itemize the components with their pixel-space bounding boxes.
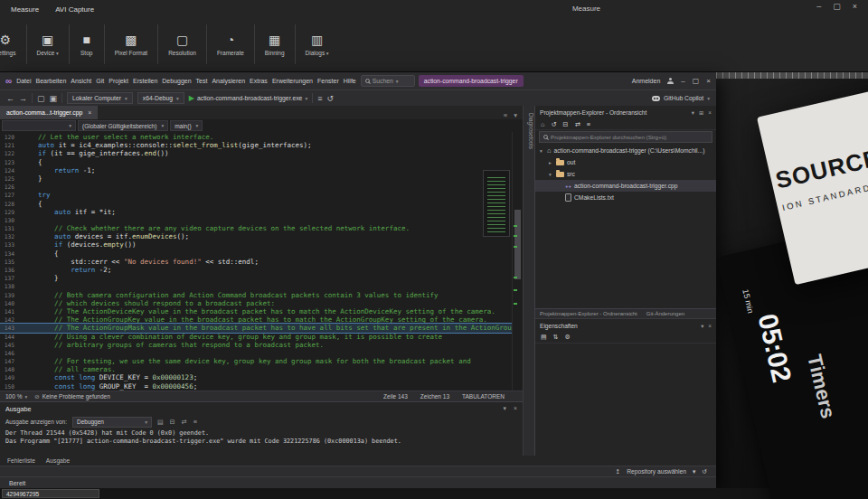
run-button[interactable]: ▶ action-command-broadcast-trigger.exe ▾ (189, 94, 307, 102)
build-config-dropdown[interactable]: x64-Debug ▾ (137, 92, 184, 104)
capture-stop-button[interactable]: ■Stop (71, 18, 102, 71)
tree-item[interactable]: ▾⌂action-command-broadcast-trigger (C:\U… (535, 145, 716, 156)
tree-item[interactable]: ++action-command-broadcast-trigger.cpp (535, 180, 716, 192)
indentation-indicator[interactable]: TABULATOREN (462, 393, 505, 400)
menu-erstellen[interactable]: Erstellen (132, 78, 158, 84)
menu-icon[interactable]: ≡ (587, 120, 590, 128)
gear-icon[interactable]: ⚙ (565, 334, 571, 341)
close-icon[interactable]: × (708, 109, 712, 116)
capture-binning-button[interactable]: ▦Binning (257, 18, 293, 71)
code-line[interactable]: 146 (0, 349, 512, 357)
sync-icon[interactable]: ⇄ (182, 418, 187, 426)
menu-datei[interactable]: Datei (15, 78, 32, 84)
menu-ansicht[interactable]: Ansicht (70, 78, 92, 84)
code-line[interactable]: 136 return -2; (0, 266, 512, 274)
tree-expander[interactable]: ▸ (547, 160, 553, 165)
column-indicator[interactable]: Zeichen 13 (420, 393, 449, 400)
close-icon[interactable]: × (514, 405, 517, 412)
list-icon[interactable]: ▤ (157, 418, 164, 426)
line-indicator[interactable]: Zeile 143 (383, 393, 408, 400)
maximize-icon[interactable]: ▢ (693, 77, 700, 85)
code-line[interactable]: 135 std::cerr << "No devices found!" << … (0, 258, 512, 266)
dropdown-icon[interactable]: ▾ (504, 405, 506, 412)
code-line[interactable]: 128 { (0, 200, 512, 208)
code-line[interactable]: 131 // Check whether there are any video… (0, 224, 512, 232)
capture-pixel-format-button[interactable]: ▩Pixel Format (107, 18, 156, 71)
code-line[interactable]: 125 } (0, 174, 512, 183)
dropdown-icon[interactable]: ▾ (692, 109, 694, 116)
output-source-dropdown[interactable]: Debuggen ▾ (72, 417, 152, 428)
capture-resolution-button[interactable]: ▢Resolution (160, 18, 204, 71)
document-tab[interactable]: action-comma...t-trigger.cpp × (0, 106, 98, 119)
code-line[interactable]: 133 if (devices.empty()) (0, 240, 512, 249)
code-line[interactable]: 126 (0, 183, 512, 191)
close-icon[interactable]: × (706, 77, 711, 85)
code-line[interactable]: 138 (0, 282, 512, 290)
code-line[interactable]: 137 } (0, 274, 512, 282)
list-icon[interactable]: ▤ (541, 334, 547, 341)
capture-framerate-button[interactable]: ◔Framerate (209, 18, 252, 71)
code-line[interactable]: 139 // Both camera configuration and Act… (0, 291, 512, 299)
code-line[interactable]: 145 // arbitrary groups of cameras that … (0, 341, 512, 349)
capture-settings-button[interactable]: ⚙Settings (0, 18, 24, 71)
minimize-icon[interactable]: – (816, 2, 821, 11)
capture-tab-avi-capture[interactable]: AVI Capture (55, 5, 94, 14)
diagnostics-tab[interactable]: Diagnosetools (523, 106, 534, 456)
tree-item[interactable]: ▸out (535, 156, 716, 168)
code-line[interactable]: 129 auto itf = *it; (0, 208, 512, 216)
github-copilot-button[interactable]: GitHub Copilot ▾ (652, 95, 710, 101)
member-dropdown[interactable]: main() ▾ (170, 120, 203, 131)
problems-indicator[interactable]: ⊘ Keine Probleme gefunden (34, 393, 110, 400)
close-icon[interactable]: × (708, 323, 712, 329)
dropdown-icon[interactable]: ▾ (701, 323, 703, 329)
capture-device-button[interactable]: ▣Device ▾ (29, 18, 67, 71)
capture-dialogs-button[interactable]: ▥Dialogs ▾ (297, 18, 337, 71)
close-icon[interactable]: × (853, 2, 857, 11)
code-line[interactable]: 120 // Let the user select a network int… (0, 133, 512, 141)
close-icon[interactable]: × (88, 109, 91, 116)
dropdown-icon[interactable]: ▾ (514, 111, 517, 119)
menu-bearbeiten[interactable]: Bearbeiten (34, 78, 67, 84)
dropdown-icon[interactable]: ▾ (693, 468, 695, 475)
menu-erweiterungen[interactable]: Erweiterungen (271, 78, 314, 84)
zoom-dropdown[interactable]: 100 % ▾ (5, 393, 27, 400)
debug-target-dropdown[interactable]: Lokaler Computer ▾ (67, 92, 133, 104)
menu-icon[interactable]: ≡ (193, 418, 197, 426)
code-line[interactable]: 124 return -1; (0, 166, 512, 174)
minimize-icon[interactable]: – (681, 77, 684, 85)
code-line[interactable]: 141 // The ActionDeviceKey value in the … (0, 307, 512, 315)
code-line[interactable]: 148 // all cameras. (0, 365, 512, 373)
refresh-icon[interactable]: ↺ (551, 120, 556, 128)
panel-tab-fehlerliste[interactable]: Fehlerliste (7, 457, 35, 464)
code-line[interactable]: 150 const long GROUP_KEY = 0x00000456; (0, 382, 512, 391)
select-repository-button[interactable]: Repository auswählen (627, 468, 686, 475)
menu-hilfe[interactable]: Hilfe (343, 78, 357, 84)
sign-in-link[interactable]: Anmelden (632, 78, 661, 84)
code-line[interactable]: 121 auto it = ic4_examples::console::sel… (0, 141, 512, 149)
menu-projekt[interactable]: Projekt (108, 78, 129, 84)
vs-search-box[interactable]: Suchen ▾ (361, 75, 415, 87)
home-icon[interactable]: ⌂ (541, 120, 544, 128)
user-avatar-icon[interactable] (667, 78, 674, 84)
code-line[interactable]: 149 const long DEVICE_KEY = 0x00000123; (0, 373, 512, 381)
menu-debuggen[interactable]: Debuggen (161, 78, 192, 84)
explorer-tab-git-nderungen[interactable]: Git-Änderungen (646, 311, 684, 316)
code-line[interactable]: 130 (0, 216, 512, 224)
pin-icon[interactable]: ⊞ (699, 109, 703, 116)
code-line[interactable]: 144 // Using a clever combination of dev… (0, 333, 512, 341)
save-icon[interactable]: ▣ (50, 94, 58, 103)
tree-expander[interactable]: ▾ (538, 148, 544, 154)
forward-icon[interactable]: → (19, 94, 27, 103)
project-dropdown[interactable]: ▾ (2, 120, 76, 131)
code-line[interactable]: 140 // which devices should respond to a… (0, 299, 512, 307)
back-icon[interactable]: ← (6, 94, 14, 103)
solution-search-box[interactable]: Projektmappen-Explorer durchsuchen (Strg… (539, 131, 712, 143)
collapse-icon[interactable]: ⊟ (563, 120, 569, 128)
refresh-icon[interactable]: ↺ (702, 468, 707, 475)
scope-dropdown[interactable]: (Globaler Gültigkeitsbereich) ▾ (78, 120, 168, 131)
menu-test[interactable]: Test (195, 78, 209, 84)
collapse-icon[interactable]: ⊟ (170, 418, 175, 426)
code-line[interactable]: 143 // The ActionGroupMask value in the … (0, 324, 512, 332)
capture-tab-measure[interactable]: Measure (11, 5, 39, 14)
output-body[interactable]: Der Thread 21544 (0x5428) hat mit Code 0… (0, 428, 523, 456)
